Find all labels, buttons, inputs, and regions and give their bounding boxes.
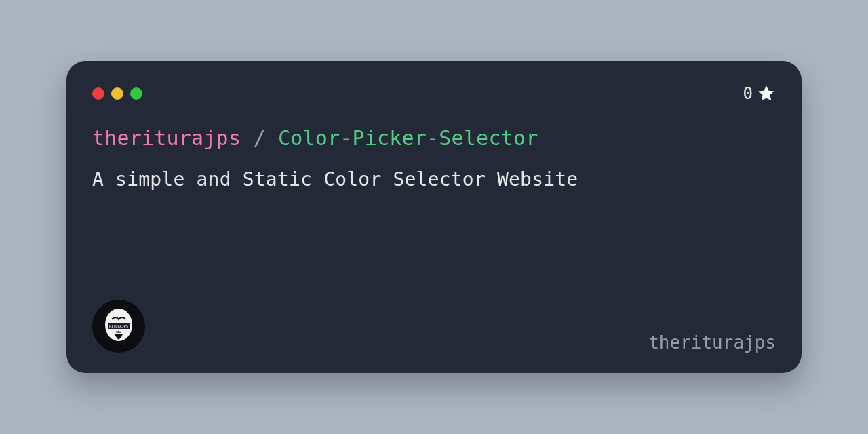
close-dot-icon[interactable]	[92, 87, 104, 100]
window-titlebar: 0	[92, 85, 776, 102]
username-handle[interactable]: theriturajps	[648, 332, 776, 353]
avatar-mask-icon: RITURAJPS	[97, 304, 140, 348]
minimize-dot-icon[interactable]	[111, 87, 123, 100]
avatar[interactable]: RITURAJPS	[92, 300, 145, 353]
repo-description: A simple and Static Color Selector Websi…	[92, 166, 776, 193]
repo-owner[interactable]: theriturajps	[92, 126, 241, 150]
star-icon	[757, 84, 776, 103]
star-count: 0	[743, 84, 753, 103]
repo-card: 0 theriturajps / Color-Picker-Selector A…	[66, 61, 802, 373]
repo-name[interactable]: Color-Picker-Selector	[278, 126, 538, 150]
spacer	[92, 193, 776, 300]
repo-breadcrumb: theriturajps / Color-Picker-Selector	[92, 125, 776, 151]
breadcrumb-separator: /	[253, 126, 265, 150]
star-counter: 0	[743, 84, 776, 103]
card-footer: RITURAJPS theriturajps	[92, 300, 776, 353]
traffic-lights	[92, 87, 142, 100]
maximize-dot-icon[interactable]	[130, 87, 142, 100]
avatar-banner-text: RITURAJPS	[109, 324, 128, 328]
